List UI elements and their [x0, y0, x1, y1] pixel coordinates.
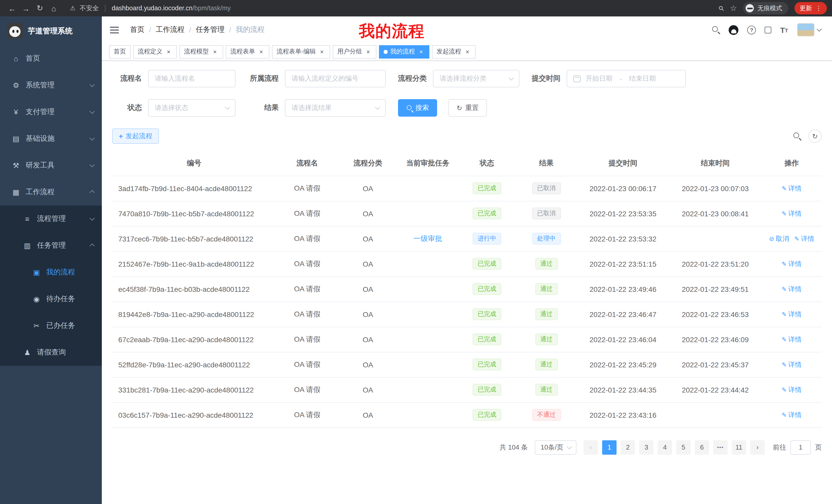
detail-link[interactable]: ✎详情 [782, 209, 802, 218]
github-icon[interactable] [729, 25, 738, 35]
back-icon[interactable] [5, 1, 19, 15]
sidebar-item-done-tasks[interactable]: ✂ 已办任务 [0, 312, 102, 339]
warning-icon [70, 5, 76, 12]
cell-category: OA [338, 226, 397, 251]
detail-link[interactable]: ✎详情 [782, 385, 802, 394]
forward-icon[interactable] [19, 1, 33, 15]
status-tag: 处理中 [532, 233, 561, 245]
page-button-current[interactable]: 1 [602, 440, 617, 454]
cancel-link[interactable]: ⊘取消 [769, 234, 789, 243]
sidebar-item-task-management[interactable]: ▥ 任务管理 [0, 232, 102, 259]
goto-page-input[interactable] [790, 440, 811, 454]
close-icon[interactable]: × [365, 48, 372, 55]
incognito-badge[interactable]: 无痕模式 [743, 2, 788, 15]
search-toggle-icon[interactable] [794, 132, 801, 140]
hamburger-icon[interactable] [110, 26, 119, 33]
tab-1[interactable]: 流程定义× [133, 45, 177, 58]
page-button[interactable]: 4 [658, 440, 672, 454]
detail-link[interactable]: ✎详情 [782, 310, 802, 319]
sidebar-item-payment-management[interactable]: ¥ 支付管理 [0, 99, 102, 125]
close-icon[interactable]: × [318, 48, 326, 55]
page-button[interactable]: 11 [732, 440, 746, 454]
font-size-icon[interactable] [780, 26, 788, 34]
cell-actions: ✎详情 [761, 352, 822, 377]
page-button[interactable]: 6 [695, 440, 709, 454]
detail-link[interactable]: ✎详情 [794, 234, 814, 243]
tab-2[interactable]: 流程模型× [179, 45, 223, 58]
help-icon[interactable] [747, 25, 756, 34]
table-row: 03c6c157-7b9a-11ec-a290-acde48001122 OA … [112, 402, 822, 427]
chevron-down-icon [89, 109, 94, 114]
status-select[interactable]: 请选择状态 [148, 99, 235, 117]
page-button[interactable]: 3 [639, 440, 654, 454]
app-logo[interactable]: 芋道管理系统 [0, 17, 102, 45]
search-icon[interactable] [712, 26, 720, 34]
cell-submit-time: 2022-01-22 23:51:15 [577, 251, 669, 276]
sidebar-item-leave-query[interactable]: ♟ 请假查询 [0, 339, 102, 366]
tab-0[interactable]: 首页 [109, 45, 131, 58]
process-icon: ≡ [23, 215, 32, 223]
address-bar[interactable]: 不安全 dashboard.yudao.iocoder.cn/bpm/task/… [70, 4, 719, 12]
more-pages-button[interactable]: ••• [713, 440, 728, 454]
close-icon[interactable]: × [165, 48, 172, 55]
close-icon[interactable]: × [464, 48, 471, 55]
search-button[interactable]: 搜索 [398, 99, 437, 117]
tab-7[interactable]: 发起流程× [432, 45, 476, 58]
sidebar-item-my-process[interactable]: ▣ 我的流程 [0, 259, 102, 286]
browser-update-button[interactable]: 更新 [795, 2, 827, 15]
page-size-select[interactable]: 10条/页 [535, 440, 576, 454]
create-process-button[interactable]: 发起流程 [112, 129, 159, 144]
detail-link[interactable]: ✎详情 [782, 184, 802, 193]
result-select[interactable]: 请选择流结果 [285, 99, 386, 117]
next-page-button[interactable]: › [750, 440, 765, 454]
home-icon[interactable] [47, 1, 61, 15]
sidebar-item-todo-tasks[interactable]: ◉ 待办任务 [0, 286, 102, 312]
cell-current-task [397, 251, 458, 276]
detail-link[interactable]: ✎详情 [782, 410, 802, 419]
sidebar-item-system-management[interactable]: ⚙ 系统管理 [0, 72, 102, 99]
detail-link[interactable]: ✎详情 [782, 360, 802, 369]
payment-icon: ¥ [11, 108, 21, 116]
detail-link[interactable]: ✎详情 [782, 259, 802, 269]
breadcrumb-item[interactable]: 首页 [130, 25, 145, 34]
fullscreen-icon[interactable] [765, 26, 771, 33]
page-button[interactable]: 2 [621, 440, 635, 454]
kebab-menu-icon[interactable] [815, 5, 822, 12]
tab-5[interactable]: 用户分组× [333, 45, 376, 58]
cell-status: 进行中 [458, 226, 516, 251]
breadcrumb-item[interactable]: 工作流程 [156, 25, 185, 34]
table-row: 331bc281-7b9a-11ec-a290-acde48001122 OA … [112, 377, 822, 402]
page-button[interactable]: 5 [676, 440, 691, 454]
tab-3[interactable]: 流程表单× [226, 45, 269, 58]
sidebar-item-workflow[interactable]: ▦ 工作流程 [0, 179, 102, 205]
sidebar-item-infrastructure[interactable]: ▤ 基础设施 [0, 125, 102, 152]
bookmark-star-icon[interactable] [730, 4, 737, 13]
submit-time-range-picker[interactable]: 开始日期 - 结束日期 [567, 70, 686, 87]
close-icon[interactable]: × [211, 48, 218, 55]
process-name-input[interactable]: 请输入流程名 [148, 70, 235, 87]
sidebar-item-home[interactable]: ⌂ 首页 [0, 45, 102, 72]
process-definition-input[interactable]: 请输入流程定义的编号 [285, 70, 386, 87]
sidebar-item-dev-tools[interactable]: ⚒ 研发工具 [0, 152, 102, 179]
table-body: 3ad174fb-7b9d-11ec-8404-acde48001122 OA … [112, 176, 822, 427]
cell-status: 已完成 [458, 327, 516, 352]
chevron-up-icon [89, 191, 94, 195]
detail-link[interactable]: ✎详情 [782, 335, 802, 344]
close-icon[interactable]: × [258, 48, 265, 55]
reload-icon[interactable] [33, 1, 47, 15]
prev-page-button[interactable]: ‹ [583, 440, 598, 454]
close-icon[interactable]: × [418, 48, 425, 55]
detail-icon: ✎ [782, 210, 787, 217]
tab-6[interactable]: 我的流程× [379, 45, 430, 58]
sidebar-item-process-management[interactable]: ≡ 流程管理 [0, 205, 102, 232]
user-menu[interactable] [797, 23, 821, 36]
cell-actions: ✎详情 [761, 251, 822, 276]
detail-link[interactable]: ✎详情 [782, 284, 802, 293]
chevron-down-icon [375, 105, 380, 109]
current-task-link[interactable]: 一级审批 [413, 234, 442, 242]
tab-4[interactable]: 流程表单-编辑× [272, 45, 330, 58]
reset-button[interactable]: 重置 [448, 99, 487, 117]
refresh-table-button[interactable] [808, 130, 822, 143]
process-category-select[interactable]: 请选择流程分类 [433, 70, 519, 87]
breadcrumb-item[interactable]: 任务管理 [196, 25, 225, 34]
